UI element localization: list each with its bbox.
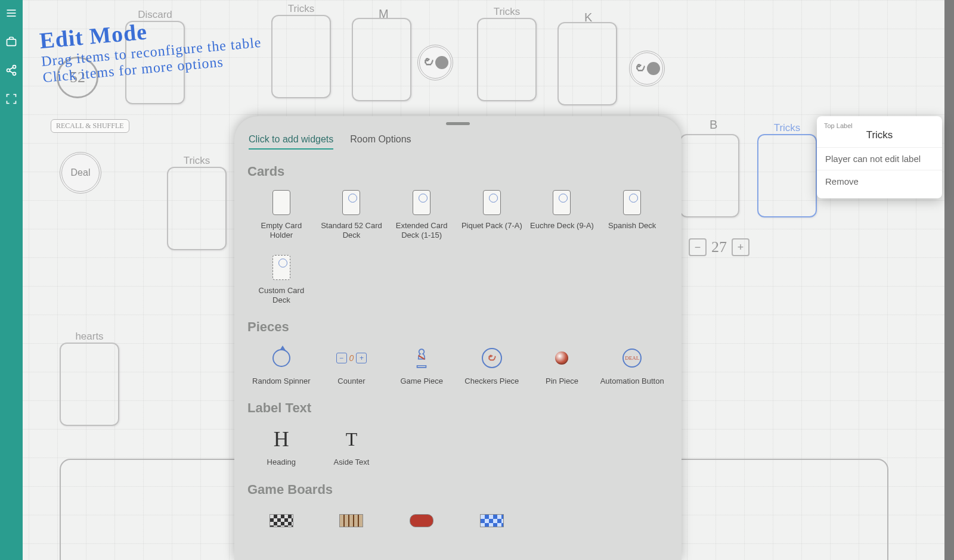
counter-minus[interactable]: −	[689, 238, 707, 256]
ctx-header: Top Label	[817, 121, 942, 129]
deck-icon	[410, 188, 433, 217]
section-cards-heading: Cards	[247, 164, 666, 179]
widget-automation-button[interactable]: DEAL Automation Button	[598, 340, 666, 390]
hearts-label: hearts	[61, 331, 118, 343]
counter-icon: −0+	[339, 343, 363, 373]
player-holder-k[interactable]	[557, 22, 617, 105]
section-labels-heading: Label Text	[247, 400, 666, 416]
deck-icon	[339, 188, 363, 217]
svg-point-4	[13, 66, 16, 69]
checkers-icon: ౿	[480, 343, 504, 373]
widgets-panel: Click to add widgets Room Options Cards …	[234, 116, 682, 560]
tricks-label: Tricks	[168, 155, 225, 167]
widget-checkers-piece[interactable]: ౿ Checkers Piece	[458, 340, 526, 390]
pin-icon	[550, 343, 574, 373]
discard-holder[interactable]: Discard	[125, 21, 185, 104]
tricks-label: Tricks	[758, 122, 816, 134]
share-icon[interactable]	[4, 63, 18, 77]
fullscreen-icon[interactable]	[4, 92, 18, 106]
widget-random-spinner[interactable]: Random Spinner	[247, 340, 315, 390]
svg-rect-3	[7, 39, 16, 46]
deal-button[interactable]: Deal	[60, 152, 101, 194]
discard-label: Discard	[126, 9, 184, 21]
widget-extended-deck[interactable]: Extended Card Deck (1-15)	[388, 184, 456, 244]
counter-widget[interactable]: − 27 +	[689, 238, 749, 256]
widget-board-chess[interactable]	[247, 502, 315, 539]
deck-icon	[620, 188, 644, 217]
widget-spanish-deck[interactable]: Spanish Deck	[598, 184, 666, 244]
ctx-label-value[interactable]: Tricks	[817, 129, 942, 148]
menu-icon[interactable]	[4, 6, 18, 20]
tricks-label: Tricks	[478, 6, 535, 18]
selected-tricks-holder[interactable]: Tricks	[757, 134, 817, 217]
card-holder-icon	[270, 188, 293, 217]
player-holder-b[interactable]	[680, 134, 739, 217]
counter-plus[interactable]: +	[732, 238, 749, 256]
deck-52[interactable]: 52	[57, 57, 98, 98]
widget-counter[interactable]: −0+ Counter	[318, 340, 386, 390]
widget-custom-deck[interactable]: Custom Card Deck	[247, 249, 315, 309]
left-sidebar	[0, 0, 23, 560]
player-holder-m[interactable]	[352, 18, 411, 101]
automation-icon: DEAL	[620, 343, 644, 373]
widget-board-blue[interactable]	[458, 502, 526, 539]
deck-icon	[550, 188, 574, 217]
svg-point-5	[7, 69, 10, 72]
chess-board-icon	[270, 506, 293, 536]
briefcase-icon[interactable]	[4, 35, 18, 49]
blue-board-icon	[480, 506, 504, 536]
section-boards-heading: Game Boards	[247, 482, 666, 497]
heading-icon: H	[270, 424, 293, 454]
coin-k[interactable]: ౿	[629, 51, 665, 86]
hearts-holder[interactable]: hearts	[60, 343, 119, 426]
backgammon-board-icon	[339, 506, 363, 536]
widget-board-red[interactable]	[388, 502, 456, 539]
recall-shuffle-button[interactable]: RECALL & SHUFFLE	[51, 119, 129, 133]
svg-line-7	[10, 67, 13, 70]
svg-point-6	[13, 72, 16, 75]
tab-widgets[interactable]: Click to add widgets	[249, 134, 333, 150]
tricks-label: Tricks	[272, 3, 330, 15]
spinner-icon	[270, 343, 293, 373]
widget-euchre-deck[interactable]: Euchre Deck (9-A)	[528, 184, 596, 244]
label-context-popup: Top Label Tricks Player can not edit lab…	[817, 116, 942, 198]
widget-empty-card-holder[interactable]: Empty Card Holder	[247, 184, 315, 244]
deck-icon	[480, 188, 504, 217]
text-icon: T	[339, 424, 363, 454]
player-letter-b: B	[710, 118, 717, 132]
section-pieces-heading: Pieces	[247, 319, 666, 335]
widget-pin-piece[interactable]: Pin Piece	[528, 340, 596, 390]
panel-body[interactable]: Cards Empty Card Holder Standard 52 Card…	[247, 158, 676, 560]
deck-icon	[270, 253, 293, 282]
widget-piquet-pack[interactable]: Piquet Pack (7-A)	[458, 184, 526, 244]
widget-standard-52-deck[interactable]: Standard 52 Card Deck	[318, 184, 386, 244]
coin-m[interactable]: ౿	[417, 45, 453, 80]
tab-room-options[interactable]: Room Options	[350, 134, 411, 150]
widget-game-piece[interactable]: Game Piece	[388, 340, 456, 390]
tricks-holder-k[interactable]: Tricks	[477, 18, 537, 101]
pawn-icon	[410, 343, 433, 373]
red-board-icon	[410, 506, 433, 536]
widget-board-backgammon[interactable]	[318, 502, 386, 539]
player-letter-m: M	[379, 7, 389, 21]
widget-heading[interactable]: H Heading	[247, 421, 315, 471]
panel-drag-handle[interactable]	[234, 120, 682, 127]
tricks-holder-m[interactable]: Tricks	[271, 15, 331, 98]
widget-aside-text[interactable]: T Aside Text	[318, 421, 386, 471]
ctx-lock-option[interactable]: Player can not edit label	[817, 148, 942, 170]
player-letter-k: K	[584, 11, 592, 24]
counter-value: 27	[711, 238, 727, 256]
ctx-remove-option[interactable]: Remove	[817, 170, 942, 192]
left-tricks-holder[interactable]: Tricks	[167, 167, 227, 250]
svg-line-8	[10, 71, 13, 73]
